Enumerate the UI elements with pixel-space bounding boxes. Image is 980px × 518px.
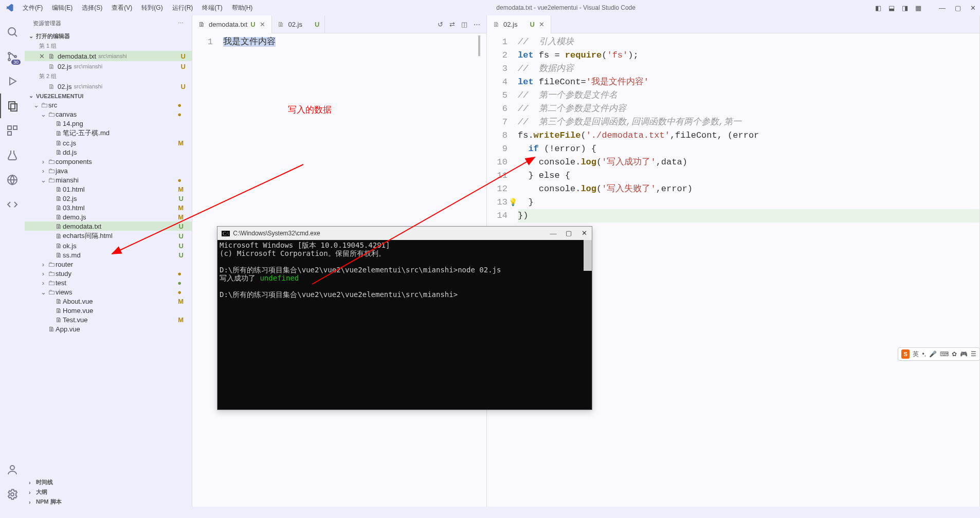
project-section[interactable]: ⌄VUE2ELEMENTUI [25, 91, 192, 100]
file-icon [197, 20, 206, 28]
more-icon[interactable]: ⋯ [474, 21, 480, 28]
open-editors-section[interactable]: ⌄打开的编辑器 [25, 31, 192, 41]
compare-icon[interactable]: ⇄ [449, 21, 455, 28]
activity-settings-icon[interactable] [0, 482, 25, 507]
menu-view[interactable]: 查看(V) [107, 3, 136, 13]
tree-file[interactable]: Home.vue [25, 306, 192, 315]
tab-status: U [315, 21, 319, 28]
menu-edit[interactable]: 编辑(E) [48, 3, 77, 13]
cmd-minimize-icon[interactable]: — [550, 229, 557, 237]
item-name: Test.vue [63, 316, 87, 324]
ime-tools-icon[interactable]: ✿ [952, 350, 957, 358]
tree-folder[interactable]: ›router [25, 260, 192, 269]
tab-02js-right[interactable]: 02.js U ✕ [487, 15, 551, 33]
item-name: demo.js [63, 213, 86, 221]
file-icon [55, 129, 63, 137]
cmd-body[interactable]: Microsoft Windows [版本 10.0.19045.4291] (… [217, 240, 592, 410]
git-dot-icon: ● [177, 176, 188, 184]
tree-file[interactable]: 01.htmlM [25, 184, 192, 194]
git-status: U [179, 251, 188, 259]
window-minimize-icon[interactable]: — [939, 4, 946, 12]
tree-file[interactable]: ss.mdU [25, 250, 192, 260]
tree-folder[interactable]: ⌄canvas● [25, 109, 192, 119]
svg-rect-7 [11, 104, 17, 111]
outline-section[interactable]: ›大纲 [25, 487, 192, 497]
cmd-scrollbar[interactable] [584, 240, 592, 271]
activity-search-icon[interactable] [0, 20, 25, 44]
layout-panel-left-icon[interactable]: ◧ [875, 4, 881, 12]
tree-file[interactable]: About.vueM [25, 297, 192, 306]
menu-run[interactable]: 运行(R) [168, 3, 197, 13]
code-text: 我是文件内容 [223, 37, 276, 47]
close-icon[interactable]: ✕ [259, 21, 266, 28]
tab-02js-left[interactable]: 02.js U [272, 15, 325, 33]
git-dot-icon: ● [177, 110, 188, 118]
tree-file[interactable]: App.vue [25, 324, 192, 334]
activity-explorer-icon[interactable] [0, 94, 25, 118]
tree-file[interactable]: 03.htmlM [25, 203, 192, 212]
npm-section[interactable]: ›NPM 脚本 [25, 497, 192, 507]
item-name: router [56, 261, 73, 268]
menu-help[interactable]: 帮助(H) [228, 3, 257, 13]
tab-demodata[interactable]: demodata.txt U ✕ [192, 15, 272, 33]
more-icon[interactable]: ⋯ [178, 20, 184, 27]
ime-keyboard-icon[interactable]: ⌨ [940, 350, 949, 358]
open-editor-item[interactable]: 02.jssrc\mianshiU [25, 61, 192, 71]
tree-file[interactable]: echarts间隔.htmlU [25, 231, 192, 241]
window-close-icon[interactable]: ✕ [970, 4, 976, 12]
activity-scm-icon[interactable]: 30 [0, 44, 25, 69]
tree-file[interactable]: 02.jsU [25, 194, 192, 203]
cmd-close-icon[interactable]: ✕ [580, 229, 588, 237]
tree-folder[interactable]: ›java [25, 166, 192, 175]
line-number: 8 [487, 129, 507, 142]
activity-extensions-icon[interactable] [0, 118, 25, 143]
minimap-ruler[interactable] [478, 35, 480, 56]
tree-file[interactable]: demodata.txtU [25, 221, 192, 231]
open-editor-item[interactable]: ✕demodata.txtsrc\mianshiU [25, 51, 192, 61]
tree-folder[interactable]: ⌄src● [25, 100, 192, 109]
layout-panel-right-icon[interactable]: ◨ [902, 4, 908, 12]
close-icon[interactable]: ✕ [538, 21, 546, 28]
activity-debug-icon[interactable] [0, 69, 25, 94]
activity-coderef-icon[interactable] [0, 192, 25, 217]
open-editor-item[interactable]: 02.jssrc\mianshiU [25, 81, 192, 91]
tree-folder[interactable]: ›study● [25, 269, 192, 278]
lightbulb-icon[interactable]: 💡 [509, 196, 517, 209]
tree-folder[interactable]: ›components [25, 157, 192, 166]
timeline-section[interactable]: ›时间线 [25, 477, 192, 487]
tree-file[interactable]: Test.vueM [25, 315, 192, 324]
tree-file[interactable]: 笔记-五子棋.md [25, 128, 192, 138]
window-maximize-icon[interactable]: ▢ [955, 4, 961, 12]
history-icon[interactable]: ↺ [438, 21, 443, 28]
ime-mic-icon[interactable]: 🎤 [929, 350, 937, 358]
menu-goto[interactable]: 转到(G) [137, 3, 167, 13]
tree-file[interactable]: cc.jsM [25, 138, 192, 147]
layout-customize-icon[interactable]: ▦ [915, 4, 921, 12]
menu-terminal[interactable]: 终端(T) [198, 3, 226, 13]
cmd-titlebar[interactable]: C:\ C:\Windows\System32\cmd.exe — ▢ ✕ [217, 227, 592, 240]
tree-file[interactable]: demo.jsM [25, 212, 192, 221]
activity-account-icon[interactable] [0, 457, 25, 482]
ime-lang[interactable]: 英 [913, 350, 919, 359]
git-status: U [179, 223, 188, 230]
close-icon[interactable]: ✕ [39, 52, 47, 60]
activity-testing-icon[interactable] [0, 143, 25, 168]
tree-file[interactable]: 14.png [25, 119, 192, 128]
menu-select[interactable]: 选择(S) [78, 3, 106, 13]
tree-folder[interactable]: ⌄mianshi● [25, 175, 192, 184]
ime-punct-icon[interactable]: •, [922, 350, 926, 358]
ime-toolbar[interactable]: S 英 •, 🎤 ⌨ ✿ 🎮 ☰ [898, 347, 980, 361]
split-icon[interactable]: ◫ [461, 21, 467, 28]
ime-menu-icon[interactable]: ☰ [971, 350, 976, 358]
tree-file[interactable]: dd.js [25, 147, 192, 157]
ime-game-icon[interactable]: 🎮 [960, 350, 968, 358]
tree-folder[interactable]: ›test● [25, 278, 192, 287]
activity-remote-icon[interactable] [0, 168, 25, 192]
menu-file[interactable]: 文件(F) [19, 3, 47, 13]
layout-panel-bottom-icon[interactable]: ⬓ [888, 4, 895, 12]
sogou-icon[interactable]: S [901, 349, 910, 359]
cmd-maximize-icon[interactable]: ▢ [565, 229, 572, 237]
tree-file[interactable]: ok.jsU [25, 241, 192, 250]
item-name: echarts间隔.html [63, 231, 113, 240]
tree-folder[interactable]: ⌄views● [25, 287, 192, 297]
